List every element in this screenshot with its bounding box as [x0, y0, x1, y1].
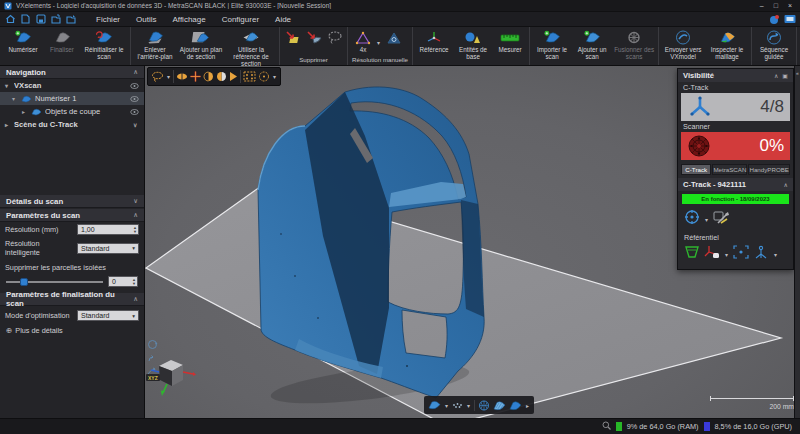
parcelles-input[interactable]: 0 ▲▼ — [108, 276, 138, 287]
finalisation-collapse-icon[interactable]: ∧ — [133, 295, 138, 303]
expand-panel-icon[interactable]: « — [795, 70, 800, 76]
menu-configurer[interactable]: Configurer — [215, 14, 266, 25]
home-icon[interactable] — [4, 14, 17, 25]
navigation-collapse-icon[interactable]: ∧ — [133, 68, 138, 76]
plus-details-link[interactable]: ⊕ Plus de détails — [0, 323, 144, 338]
vxscan-expander-icon[interactable]: ▾ — [5, 82, 11, 89]
target-grid-icon[interactable] — [243, 71, 256, 82]
close-button[interactable]: × — [788, 1, 792, 11]
navigation-header[interactable]: Navigation ∧ — [0, 66, 144, 79]
render-more-icon[interactable]: ▸ — [525, 402, 530, 409]
scene-expander-icon[interactable]: ▸ — [5, 121, 11, 128]
tripod-referential-icon[interactable] — [753, 245, 769, 263]
maximize-button[interactable]: □ — [774, 1, 778, 11]
parcelles-slider[interactable] — [6, 277, 103, 287]
numeriser-button[interactable]: Numériser — [2, 28, 44, 53]
numeriser1-expander-icon[interactable]: ▾ — [12, 95, 18, 102]
visibility-collapse-icon[interactable]: ∧ — [774, 72, 778, 79]
dynamic-referential-icon[interactable] — [733, 245, 749, 263]
tree-item-objets-coupe[interactable]: ▸ Objets de coupe — [0, 105, 144, 118]
tab-metrascan[interactable]: MetraSCAN — [712, 164, 747, 175]
optimize-targets-icon[interactable] — [684, 209, 700, 229]
collapsed-panel-strip[interactable]: « — [794, 66, 800, 418]
objets-expander-icon[interactable]: ▸ — [22, 108, 28, 115]
menu-outils[interactable]: Outils — [129, 14, 163, 25]
supprimer-maillage-button[interactable] — [303, 28, 324, 45]
tree-item-vxscan[interactable]: ▾ VXscan — [0, 79, 144, 92]
reference-button[interactable]: Référence — [415, 28, 453, 53]
device-collapse-icon[interactable]: ∧ — [784, 181, 788, 188]
tab-ctrack[interactable]: C-Track — [681, 164, 711, 175]
mesurer-button[interactable]: Mesurer — [493, 28, 527, 53]
utiliser-reference-section-button[interactable]: Utiliser la référence de section — [225, 28, 277, 68]
target-circle-icon[interactable] — [258, 71, 270, 82]
resolution-input[interactable]: 1,00 ▲▼ — [77, 224, 139, 235]
finalisation-header[interactable]: Paramètres de finalisation du scan ∧ — [0, 293, 144, 306]
ajouter-scan-button[interactable]: Ajouter un scan — [572, 28, 612, 60]
select-through-icon[interactable] — [176, 71, 188, 82]
export-session-icon[interactable] — [64, 14, 77, 25]
select-all-icon[interactable] — [190, 71, 201, 82]
lasso-dropdown-icon[interactable]: ▾ — [166, 73, 171, 80]
zoom-indicator-icon[interactable] — [602, 421, 611, 432]
supprimer-plan-button[interactable] — [282, 28, 303, 45]
wireframe-mode-icon[interactable] — [478, 400, 490, 411]
surface-mode-icon[interactable] — [428, 400, 441, 410]
mesh-mode-icon[interactable] — [493, 400, 506, 411]
scene-collapse-icon[interactable]: ∨ — [133, 121, 139, 128]
minimize-button[interactable]: – — [760, 1, 764, 11]
parametres-scan-header[interactable]: Paramètres du scan ∧ — [0, 209, 144, 222]
tree-item-numeriser1[interactable]: ▾ Numériser 1 — [0, 92, 144, 105]
lasso-select-icon[interactable] — [151, 71, 164, 82]
tree-item-scene-ctrack[interactable]: ▸ Scène du C-Track ∨ — [0, 118, 144, 131]
new-session-icon[interactable] — [19, 14, 32, 25]
surface-mode-dropdown-icon[interactable]: ▾ — [444, 402, 449, 409]
notification-icon[interactable] — [768, 14, 781, 25]
menu-aide[interactable]: Aide — [268, 14, 298, 25]
save-session-icon[interactable] — [34, 14, 47, 25]
navigation-cube[interactable] — [145, 334, 197, 396]
envoyer-vxmodel-button[interactable]: Envoyer vers VXmodel — [661, 28, 705, 60]
sequence-guidee-button[interactable]: Séquence guidée — [754, 28, 794, 60]
menu-affichage[interactable]: Affichage — [165, 14, 212, 25]
importer-scan-button[interactable]: Importer le scan — [532, 28, 572, 60]
calibration-tools-icon[interactable] — [713, 210, 730, 229]
points-mode-icon[interactable] — [452, 401, 463, 409]
ajouter-plan-section-button[interactable]: Ajouter un plan de section — [177, 28, 225, 60]
numeriser1-visibility-icon[interactable] — [130, 96, 139, 102]
slider-knob[interactable] — [20, 278, 28, 286]
targets-dropdown-icon[interactable]: ▾ — [272, 73, 277, 80]
vxscan-visibility-icon[interactable] — [130, 83, 139, 89]
calibration-cone-icon[interactable] — [684, 245, 700, 263]
parcelles-spinner[interactable]: ▲▼ — [132, 277, 136, 286]
reinitialiser-scan-button[interactable]: Réinitialiser le scan — [80, 28, 128, 60]
points-mode-dropdown-icon[interactable]: ▾ — [466, 402, 471, 409]
tripod-dropdown-icon[interactable]: ▾ — [773, 251, 778, 258]
optimize-dropdown-icon[interactable]: ▾ — [704, 216, 709, 223]
details-scan-header[interactable]: Détails du scan ∨ — [0, 195, 144, 208]
enlever-arriere-plan-button[interactable]: Enlever l'arrière-plan — [133, 28, 177, 60]
connection-status-icon[interactable] — [783, 14, 796, 25]
invert-selection-icon[interactable] — [203, 71, 214, 82]
menu-fichier[interactable]: Fichier — [89, 14, 127, 25]
resolution-4x-button[interactable]: 4x — [350, 28, 376, 53]
parametres-collapse-icon[interactable]: ∧ — [133, 211, 138, 219]
inspecter-maillage-button[interactable]: Inspecter le maillage — [705, 28, 749, 60]
details-collapse-icon[interactable]: ∨ — [133, 197, 138, 205]
entites-de-base-button[interactable]: Entités de base — [453, 28, 493, 60]
probe-dropdown-icon[interactable]: ▾ — [724, 251, 729, 258]
objets-visibility-icon[interactable] — [130, 109, 139, 115]
visibility-float-icon[interactable]: ▣ — [782, 72, 788, 79]
resolution-zone-button[interactable] — [381, 28, 407, 45]
step-selection-icon[interactable] — [229, 71, 238, 82]
solid-mode-icon[interactable] — [509, 400, 522, 411]
resolution-spinner[interactable]: ▲▼ — [133, 225, 137, 234]
visibility-header[interactable]: Visibilité ∧ ▣ — [678, 69, 793, 82]
tab-handyprobe[interactable]: HandyPROBE — [748, 164, 790, 175]
ctrack-device-header[interactable]: C-Track - 9421111 ∧ — [678, 178, 793, 191]
grow-selection-icon[interactable] — [216, 71, 227, 82]
open-session-icon[interactable] — [49, 14, 62, 25]
probe-reference-icon[interactable] — [704, 245, 720, 263]
resolution-intelligente-select[interactable]: Standard ▾ — [77, 243, 139, 254]
optimisation-select[interactable]: Standard ▾ — [77, 310, 139, 321]
